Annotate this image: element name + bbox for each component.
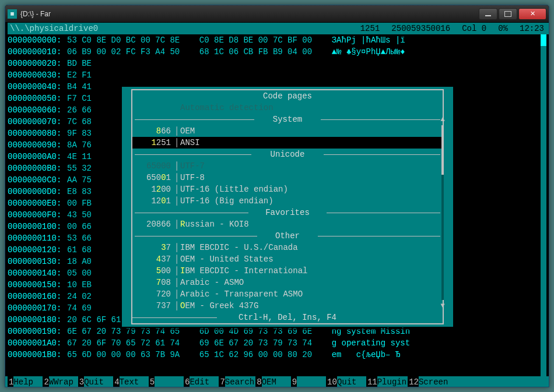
codepage-item-koi8[interactable]: 20866│Russian - KOI8 xyxy=(132,218,443,230)
hex-row: 0000000030: E2 F1 xyxy=(8,69,549,81)
status-column: Col 0 xyxy=(462,23,498,34)
fnkey-number: 3 xyxy=(78,376,84,387)
codepage-item-arabic-asmo[interactable]: 708│Arabic - ASMO xyxy=(132,277,443,288)
codepage-item-arabic-transparent-asmo[interactable]: 720│Arabic - Transparent ASMO xyxy=(132,288,443,300)
auto-detect-item[interactable]: Automatic detection xyxy=(132,102,443,114)
fnkey-wwrap[interactable]: WWrap xyxy=(49,376,78,387)
fnkey-edit[interactable]: Edit xyxy=(190,376,219,387)
status-codepage: 1251 xyxy=(360,23,392,34)
status-size: 250059350016 xyxy=(391,23,462,34)
codepage-item-ansi[interactable]: 1251│ANSI xyxy=(132,137,443,149)
fnkey-search[interactable]: Search xyxy=(225,376,255,387)
section-other: Other xyxy=(132,230,443,242)
viewer-status-bar: \\.\physicaldrive0 1251 250059350016 Col… xyxy=(8,23,549,34)
fnkey-number: 9 xyxy=(291,376,297,387)
codepage-item-utf-16-big-endian-[interactable]: 1201│UTF-16 (Big endian) xyxy=(132,195,443,207)
fnkey-number: 5 xyxy=(149,376,155,387)
titlebar[interactable]: ▦ {D:\} - Far xyxy=(5,5,549,23)
hex-row: 00000001B0: 65 6D 00 00 00 63 7B 9A 65 1… xyxy=(8,349,549,361)
section-system: System xyxy=(132,114,443,125)
app-icon: ▦ xyxy=(8,9,17,19)
fnkey-oem[interactable]: OEM xyxy=(262,376,291,387)
file-path: \\.\physicaldrive0 xyxy=(10,23,110,34)
auto-detect-label: Automatic detection xyxy=(180,102,274,114)
codepage-item-utf7[interactable]: 65000│ UTF-7 xyxy=(132,160,443,172)
fnkey-quit[interactable]: Quit xyxy=(84,376,113,387)
dialog-hint: Ctrl-H, Del, Ins, F4 xyxy=(132,312,443,323)
status-time: 12:23 xyxy=(520,23,546,34)
dialog-scrollbar-thumb[interactable] xyxy=(441,125,444,175)
dialog-scrollbar[interactable]: ▲ ▼ xyxy=(440,114,445,312)
hex-row: 0000000010: 06 B9 00 02 FC F3 A4 50 68 1… xyxy=(8,46,549,58)
status-percent: 0% xyxy=(498,23,520,34)
codepage-item-em-greek-437g[interactable]: 737│OEM - Greek 437G xyxy=(132,300,443,312)
fnkey-help[interactable]: Help xyxy=(13,376,43,387)
maximize-button[interactable] xyxy=(499,8,517,20)
fnkey-screen[interactable]: Screen xyxy=(419,376,449,387)
codepage-item-oem-united-states[interactable]: 437│OEM - United States xyxy=(132,253,443,265)
hex-row: 00000001A0: 67 20 6F 70 65 72 61 74 69 6… xyxy=(8,337,549,349)
viewer-scrollbar[interactable] xyxy=(541,34,546,376)
minimize-button[interactable] xyxy=(479,8,497,20)
function-key-bar[interactable]: 1Help2WWrap3Quit4Text56Edit7Search8OEM91… xyxy=(5,376,549,387)
fnkey-number: 1 xyxy=(8,376,13,387)
fnkey-number: 6 xyxy=(184,376,190,387)
scroll-down-icon[interactable]: ▼ xyxy=(440,300,445,312)
fnkey-number: 10 xyxy=(326,376,337,387)
hex-row: 0000000190: 6E 67 20 73 79 73 74 65 6D 0… xyxy=(8,326,549,337)
codepage-item-oem[interactable]: 866│OEM xyxy=(132,125,443,137)
fnkey-number: 2 xyxy=(43,376,48,387)
section-favorites: Favorites xyxy=(132,207,443,218)
fnkey-number: 11 xyxy=(366,376,377,387)
hex-row: 0000000000: 53 C0 8E D0 BC 00 7C 8E C0 8… xyxy=(8,34,549,46)
fnkey-f5[interactable] xyxy=(155,376,184,387)
viewer-scrollbar-thumb[interactable] xyxy=(541,34,546,46)
fnkey-f9[interactable] xyxy=(297,376,326,387)
fnkey-text[interactable]: Text xyxy=(120,376,149,387)
hex-row: 0000000020: BD BE xyxy=(8,58,549,69)
window-title: {D:\} - Far xyxy=(20,10,478,18)
app-window: ▦ {D:\} - Far \\.\physicaldrive0 1251 25… xyxy=(5,5,549,387)
scroll-up-icon[interactable]: ▲ xyxy=(440,114,445,125)
fnkey-number: 8 xyxy=(255,376,261,387)
codepage-item-utf-8[interactable]: 65001│UTF-8 xyxy=(132,172,443,183)
section-unicode: Unicode xyxy=(132,149,443,160)
close-button[interactable] xyxy=(518,8,546,20)
fnkey-number: 4 xyxy=(113,376,119,387)
fnkey-number: 7 xyxy=(219,376,225,387)
fnkey-number: 12 xyxy=(408,376,419,387)
fnkey-plugin[interactable]: Plugin xyxy=(377,376,408,387)
fnkey-quit[interactable]: Quit xyxy=(337,376,366,387)
codepage-item-ibm-ebcdic-u-s-canada[interactable]: 37│IBM EBCDIC - U.S./Canada xyxy=(132,242,443,253)
codepage-dialog: Code pages Automatic detection System 86… xyxy=(122,87,453,327)
dialog-title: Code pages xyxy=(131,89,444,102)
codepage-item-utf-16-little-endian-[interactable]: 1200│UTF-16 (Little endian) xyxy=(132,183,443,195)
terminal-area: \\.\physicaldrive0 1251 250059350016 Col… xyxy=(5,23,549,387)
codepage-item-bm-ebcdic-international[interactable]: 500│IBM EBCDIC - International xyxy=(132,265,443,277)
